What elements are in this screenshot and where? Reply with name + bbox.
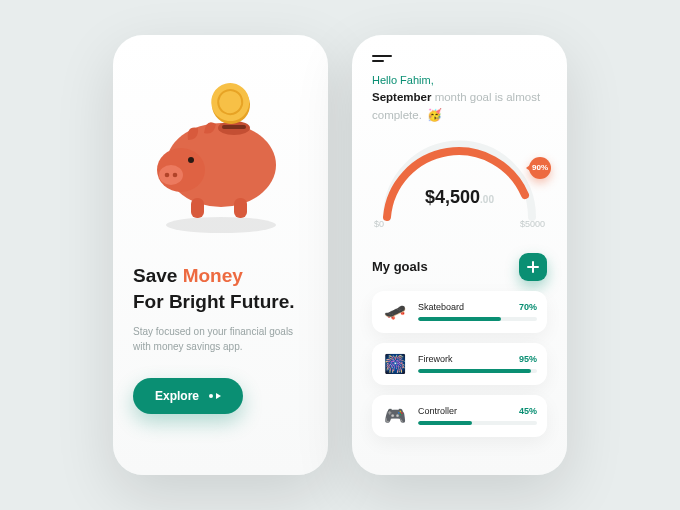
gauge-amount: $4,500.00: [372, 187, 547, 208]
menu-icon[interactable]: [372, 55, 392, 62]
goal-name: Controller: [418, 406, 457, 416]
svg-point-12: [206, 79, 253, 126]
add-goal-button[interactable]: [519, 253, 547, 281]
party-emoji-icon: 🥳: [427, 106, 442, 124]
goal-icon: 🛹: [382, 299, 408, 325]
onboarding-screen: Save Money For Bright Future. Stay focus…: [113, 35, 328, 475]
explore-button[interactable]: Explore: [133, 378, 243, 414]
svg-rect-10: [222, 125, 246, 129]
range-min: $0: [374, 219, 384, 229]
status-line: September month goal is almost complete.…: [372, 89, 547, 125]
dashboard-screen: Hello Fahim, September month goal is alm…: [352, 35, 567, 475]
goals-header: My goals: [372, 253, 547, 281]
goal-card[interactable]: 🛹Skateboard70%: [372, 291, 547, 333]
goal-card[interactable]: 🎮Controller45%: [372, 395, 547, 437]
svg-rect-8: [234, 198, 247, 218]
headline-post: For Bright Future.: [133, 291, 294, 312]
plus-icon: [526, 260, 540, 274]
svg-point-5: [172, 173, 177, 178]
goal-card[interactable]: 🎆Firework95%: [372, 343, 547, 385]
piggy-bank-icon: [136, 70, 306, 240]
explore-label: Explore: [155, 389, 199, 403]
hero-image: [133, 55, 308, 255]
goal-body: Skateboard70%: [418, 302, 537, 321]
svg-point-4: [164, 173, 169, 178]
goal-icon: 🎆: [382, 351, 408, 377]
amount-cents: .00: [480, 194, 494, 205]
subcopy: Stay focused on your financial goals wit…: [133, 324, 308, 354]
goal-icon: 🎮: [382, 403, 408, 429]
status-month: September: [372, 91, 431, 103]
progress-gauge: 90% $4,500.00 $0 $5000: [372, 135, 547, 239]
gauge-range: $0 $5000: [372, 219, 547, 229]
svg-point-3: [159, 165, 183, 185]
goals-title: My goals: [372, 259, 428, 274]
goal-percent: 45%: [519, 406, 537, 416]
goal-percent: 70%: [519, 302, 537, 312]
goal-percent: 95%: [519, 354, 537, 364]
greeting: Hello Fahim,: [372, 74, 547, 86]
progress-bar: [418, 421, 537, 425]
arrow-right-icon: [209, 393, 221, 399]
progress-bar: [418, 317, 537, 321]
range-max: $5000: [520, 219, 545, 229]
svg-point-6: [188, 157, 194, 163]
headline-accent: Money: [183, 265, 243, 286]
svg-point-0: [166, 217, 276, 233]
goals-list: 🛹Skateboard70%🎆Firework95%🎮Controller45%: [372, 281, 547, 437]
gauge-percent-badge: 90%: [529, 157, 551, 179]
headline-pre: Save: [133, 265, 183, 286]
svg-rect-7: [191, 198, 204, 218]
progress-bar: [418, 369, 537, 373]
goal-name: Firework: [418, 354, 453, 364]
amount-main: $4,500: [425, 187, 480, 207]
goal-name: Skateboard: [418, 302, 464, 312]
topbar: [372, 55, 547, 62]
goal-body: Firework95%: [418, 354, 537, 373]
goal-body: Controller45%: [418, 406, 537, 425]
headline: Save Money For Bright Future.: [133, 263, 308, 314]
